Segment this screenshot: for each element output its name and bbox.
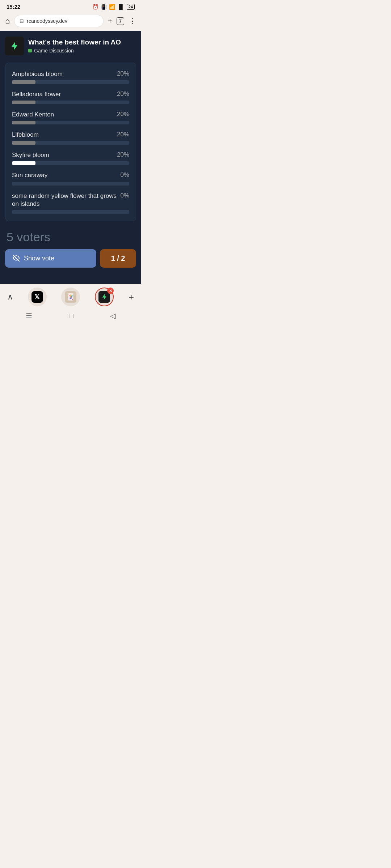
twitter-icon: 𝕏: [31, 291, 43, 303]
poll-option[interactable]: some random yellow flower that grows on …: [12, 192, 129, 214]
home-gesture-icon[interactable]: □: [69, 312, 73, 320]
url-text: rcaneodyssey.dev: [27, 18, 67, 24]
poll-bar-track: [12, 161, 129, 165]
voters-row: 5 voters: [0, 230, 141, 244]
cards-tab[interactable]: 🃏: [61, 288, 80, 306]
status-bar: 15:22 ⏰ 📳 📶 ▐▌ 24: [0, 0, 141, 12]
poll-option[interactable]: Skyfire bloom20%: [12, 151, 129, 165]
poll-bar-fill: [12, 101, 35, 104]
poll-bar-track: [12, 141, 129, 145]
active-lightning-icon: [101, 293, 108, 301]
main-content: What's the best flower in AO Game Discus…: [0, 31, 141, 284]
svg-marker-1: [102, 294, 106, 300]
category-dot: [28, 49, 32, 52]
poll-option-percent: 20%: [117, 111, 129, 118]
battery-indicator: 24: [127, 4, 135, 10]
twitter-tab[interactable]: 𝕏: [28, 288, 47, 306]
page-label: 1 / 2: [111, 254, 125, 263]
vibrate-icon: 📳: [101, 4, 107, 10]
browser-bar: ⌂ ⊟ rcaneodyssey.dev + 7 ⋮: [0, 12, 141, 31]
poll-option-label: Lifebloom: [12, 131, 117, 139]
poll-option[interactable]: Edward Kenton20%: [12, 111, 129, 124]
buttons-row: Show vote 1 / 2: [0, 244, 141, 274]
show-vote-label: Show vote: [24, 255, 54, 262]
poll-option-percent: 20%: [117, 151, 129, 158]
lightning-icon: [9, 41, 20, 51]
poll-option-label: Sun caraway: [12, 171, 120, 179]
cards-icon: 🃏: [65, 291, 76, 303]
poll-option[interactable]: Sun caraway0%: [12, 171, 129, 185]
poll-option-label: Belladonna flower: [12, 90, 117, 98]
poll-bar-fill: [12, 161, 35, 165]
gesture-bar: ☰ □ ◁: [0, 309, 141, 325]
url-bar[interactable]: ⊟ rcaneodyssey.dev: [14, 15, 104, 27]
poll-bar-fill: [12, 80, 35, 84]
show-vote-button[interactable]: Show vote: [5, 249, 96, 268]
post-meta: What's the best flower in AO Game Discus…: [28, 38, 121, 54]
menu-icon[interactable]: ☰: [26, 311, 32, 320]
home-icon[interactable]: ⌂: [5, 16, 10, 26]
poll-option-label: Edward Kenton: [12, 111, 117, 119]
post-header: What's the best flower in AO Game Discus…: [0, 31, 141, 60]
post-title: What's the best flower in AO: [28, 38, 121, 47]
wifi-icon: 📶: [109, 4, 115, 10]
url-mode-icon: ⊟: [20, 18, 24, 24]
category-label: Game Discussion: [34, 48, 74, 54]
status-time: 15:22: [7, 4, 20, 10]
post-icon: [5, 37, 24, 55]
poll-bar-fill: [12, 141, 35, 145]
poll-bar-track: [12, 80, 129, 84]
poll-bar-fill: [12, 121, 35, 124]
poll-option-percent: 20%: [117, 131, 129, 138]
signal-icon: ▐▌: [117, 4, 125, 10]
poll-option-percent: 20%: [117, 70, 129, 77]
poll-bar-track: [12, 121, 129, 124]
poll-option-label: some random yellow flower that grows on …: [12, 192, 120, 208]
post-category: Game Discussion: [28, 48, 121, 54]
poll-bar-track: [12, 101, 129, 104]
alarm-icon: ⏰: [92, 4, 98, 10]
active-tab[interactable]: ✕: [95, 288, 114, 306]
new-tab-icon[interactable]: +: [108, 17, 112, 25]
close-badge[interactable]: ✕: [107, 288, 114, 294]
poll-option[interactable]: Belladonna flower20%: [12, 90, 129, 104]
back-gesture-icon[interactable]: ◁: [110, 311, 115, 320]
add-tab-icon[interactable]: +: [129, 292, 134, 303]
eye-slash-icon: [12, 254, 20, 262]
more-menu-icon[interactable]: ⋮: [129, 17, 136, 25]
poll-bar-track: [12, 210, 129, 214]
back-chevron-icon[interactable]: ∧: [7, 292, 13, 302]
tab-count[interactable]: 7: [117, 17, 124, 25]
voters-count: 5 voters: [7, 230, 50, 244]
bottom-nav: ∧ 𝕏 🃏 ✕ +: [0, 284, 141, 309]
poll-option-percent: 0%: [120, 192, 129, 199]
poll-bar-track: [12, 182, 129, 186]
poll-option-label: Skyfire bloom: [12, 151, 117, 159]
poll-option-label: Amphibious bloom: [12, 70, 117, 78]
page-button[interactable]: 1 / 2: [100, 249, 136, 268]
poll-option-percent: 0%: [120, 171, 129, 179]
poll-option[interactable]: Lifebloom20%: [12, 131, 129, 145]
status-icons: ⏰ 📳 📶 ▐▌ 24: [92, 4, 135, 10]
poll-card: Amphibious bloom20%Belladonna flower20%E…: [5, 63, 136, 221]
poll-option[interactable]: Amphibious bloom20%: [12, 70, 129, 84]
poll-option-percent: 20%: [117, 90, 129, 98]
svg-marker-0: [12, 42, 17, 50]
